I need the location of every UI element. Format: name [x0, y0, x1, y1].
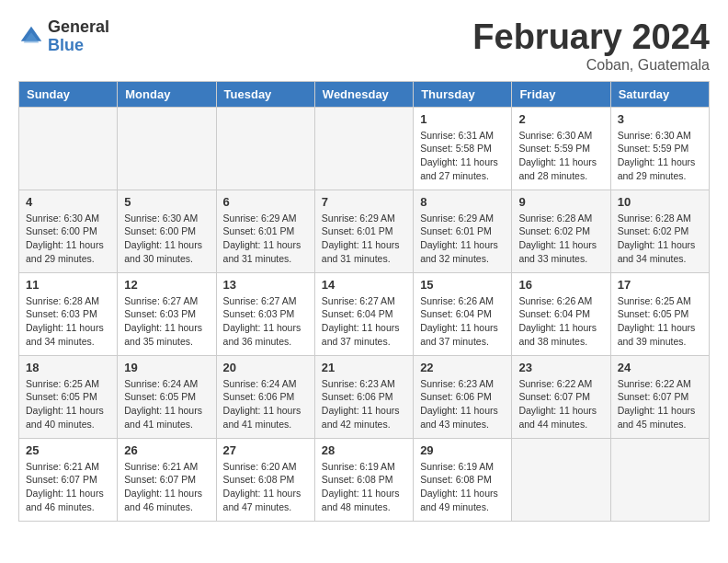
col-sunday: Sunday [19, 81, 118, 107]
calendar-cell: 23Sunrise: 6:22 AMSunset: 6:07 PMDayligh… [512, 355, 610, 438]
day-number: 14 [322, 278, 406, 292]
calendar-cell [216, 107, 314, 190]
calendar-table: Sunday Monday Tuesday Wednesday Thursday… [18, 81, 710, 522]
day-info: Sunrise: 6:31 AMSunset: 5:58 PMDaylight:… [420, 129, 505, 183]
calendar-cell: 9Sunrise: 6:28 AMSunset: 6:02 PMDaylight… [512, 190, 610, 272]
calendar-cell: 16Sunrise: 6:26 AMSunset: 6:04 PMDayligh… [512, 272, 610, 355]
calendar-cell [118, 107, 216, 190]
day-info: Sunrise: 6:30 AMSunset: 6:00 PMDaylight:… [124, 212, 209, 266]
day-info: Sunrise: 6:29 AMSunset: 6:01 PMDaylight:… [322, 212, 406, 266]
week-row-2: 4Sunrise: 6:30 AMSunset: 6:00 PMDaylight… [19, 190, 710, 272]
day-number: 16 [518, 278, 603, 292]
day-number: 4 [26, 195, 110, 209]
col-thursday: Thursday [414, 81, 512, 107]
day-number: 25 [26, 443, 110, 457]
day-info: Sunrise: 6:21 AMSunset: 6:07 PMDaylight:… [26, 460, 110, 514]
day-info: Sunrise: 6:28 AMSunset: 6:02 PMDaylight:… [618, 212, 702, 266]
col-monday: Monday [118, 81, 216, 107]
header-row: Sunday Monday Tuesday Wednesday Thursday… [19, 81, 710, 107]
calendar-cell: 7Sunrise: 6:29 AMSunset: 6:01 PMDaylight… [314, 190, 413, 272]
day-info: Sunrise: 6:28 AMSunset: 6:02 PMDaylight:… [518, 212, 603, 266]
day-number: 1 [420, 112, 505, 126]
day-number: 28 [322, 443, 406, 457]
calendar-cell: 2Sunrise: 6:30 AMSunset: 5:59 PMDaylight… [512, 107, 610, 190]
header: General Blue February 2024 Coban, Guatem… [18, 18, 710, 74]
day-info: Sunrise: 6:24 AMSunset: 6:05 PMDaylight:… [124, 377, 209, 431]
calendar-cell [19, 107, 118, 190]
calendar-cell [314, 107, 413, 190]
day-info: Sunrise: 6:25 AMSunset: 6:05 PMDaylight:… [618, 294, 702, 349]
calendar-cell: 14Sunrise: 6:27 AMSunset: 6:04 PMDayligh… [314, 272, 413, 355]
week-row-3: 11Sunrise: 6:28 AMSunset: 6:03 PMDayligh… [19, 272, 710, 355]
day-number: 22 [420, 361, 505, 374]
calendar-cell: 15Sunrise: 6:26 AMSunset: 6:04 PMDayligh… [414, 272, 512, 355]
day-number: 13 [223, 278, 308, 292]
calendar-cell: 1Sunrise: 6:31 AMSunset: 5:58 PMDaylight… [414, 107, 512, 190]
calendar-cell: 18Sunrise: 6:25 AMSunset: 6:05 PMDayligh… [19, 355, 118, 438]
calendar-cell: 27Sunrise: 6:20 AMSunset: 6:08 PMDayligh… [216, 438, 314, 521]
calendar-header: Sunday Monday Tuesday Wednesday Thursday… [19, 81, 710, 107]
calendar-cell: 25Sunrise: 6:21 AMSunset: 6:07 PMDayligh… [19, 438, 118, 521]
title-block: February 2024 Coban, Guatemala [472, 18, 710, 74]
logo-text: General Blue [48, 18, 109, 55]
day-number: 29 [420, 443, 505, 457]
day-info: Sunrise: 6:19 AMSunset: 6:08 PMDaylight:… [322, 460, 406, 514]
day-number: 12 [124, 278, 209, 292]
day-info: Sunrise: 6:29 AMSunset: 6:01 PMDaylight:… [223, 212, 308, 266]
day-number: 23 [518, 361, 603, 374]
calendar-cell: 21Sunrise: 6:23 AMSunset: 6:06 PMDayligh… [314, 355, 413, 438]
calendar-cell: 5Sunrise: 6:30 AMSunset: 6:00 PMDaylight… [118, 190, 216, 272]
day-number: 2 [518, 112, 603, 126]
day-info: Sunrise: 6:27 AMSunset: 6:03 PMDaylight:… [124, 294, 209, 349]
day-info: Sunrise: 6:22 AMSunset: 6:07 PMDaylight:… [618, 377, 702, 431]
logo-general-text: General [48, 18, 109, 37]
calendar-cell: 26Sunrise: 6:21 AMSunset: 6:07 PMDayligh… [118, 438, 216, 521]
day-number: 18 [26, 361, 110, 374]
calendar-cell: 17Sunrise: 6:25 AMSunset: 6:05 PMDayligh… [610, 272, 709, 355]
calendar-cell: 6Sunrise: 6:29 AMSunset: 6:01 PMDaylight… [216, 190, 314, 272]
day-info: Sunrise: 6:30 AMSunset: 5:59 PMDaylight:… [618, 129, 702, 183]
day-info: Sunrise: 6:26 AMSunset: 6:04 PMDaylight:… [420, 294, 505, 349]
day-info: Sunrise: 6:24 AMSunset: 6:06 PMDaylight:… [223, 377, 308, 431]
day-number: 19 [124, 361, 209, 374]
calendar-location: Coban, Guatemala [472, 57, 710, 74]
day-number: 3 [618, 112, 702, 126]
day-info: Sunrise: 6:26 AMSunset: 6:04 PMDaylight:… [518, 294, 603, 349]
calendar-cell: 4Sunrise: 6:30 AMSunset: 6:00 PMDaylight… [19, 190, 118, 272]
calendar-cell: 10Sunrise: 6:28 AMSunset: 6:02 PMDayligh… [610, 190, 709, 272]
day-info: Sunrise: 6:25 AMSunset: 6:05 PMDaylight:… [26, 377, 110, 431]
calendar-cell: 12Sunrise: 6:27 AMSunset: 6:03 PMDayligh… [118, 272, 216, 355]
week-row-4: 18Sunrise: 6:25 AMSunset: 6:05 PMDayligh… [19, 355, 710, 438]
day-info: Sunrise: 6:30 AMSunset: 6:00 PMDaylight:… [26, 212, 110, 266]
day-number: 17 [618, 278, 702, 292]
day-info: Sunrise: 6:23 AMSunset: 6:06 PMDaylight:… [420, 377, 505, 431]
day-number: 7 [322, 195, 406, 209]
day-number: 24 [618, 361, 702, 374]
calendar-cell: 24Sunrise: 6:22 AMSunset: 6:07 PMDayligh… [610, 355, 709, 438]
calendar-cell: 8Sunrise: 6:29 AMSunset: 6:01 PMDaylight… [414, 190, 512, 272]
col-saturday: Saturday [610, 81, 709, 107]
calendar-cell: 19Sunrise: 6:24 AMSunset: 6:05 PMDayligh… [118, 355, 216, 438]
day-number: 5 [124, 195, 209, 209]
logo-icon [18, 24, 44, 50]
day-info: Sunrise: 6:22 AMSunset: 6:07 PMDaylight:… [518, 377, 603, 431]
calendar-cell: 28Sunrise: 6:19 AMSunset: 6:08 PMDayligh… [314, 438, 413, 521]
day-number: 11 [26, 278, 110, 292]
day-info: Sunrise: 6:30 AMSunset: 5:59 PMDaylight:… [518, 129, 603, 183]
col-friday: Friday [512, 81, 610, 107]
logo-blue-text: Blue [48, 37, 109, 55]
day-info: Sunrise: 6:28 AMSunset: 6:03 PMDaylight:… [26, 294, 110, 349]
calendar-cell: 22Sunrise: 6:23 AMSunset: 6:06 PMDayligh… [414, 355, 512, 438]
day-number: 9 [518, 195, 603, 209]
calendar-body: 1Sunrise: 6:31 AMSunset: 5:58 PMDaylight… [19, 107, 710, 521]
week-row-1: 1Sunrise: 6:31 AMSunset: 5:58 PMDaylight… [19, 107, 710, 190]
logo: General Blue [18, 18, 109, 55]
day-info: Sunrise: 6:27 AMSunset: 6:03 PMDaylight:… [223, 294, 308, 349]
day-number: 20 [223, 361, 308, 374]
day-info: Sunrise: 6:19 AMSunset: 6:08 PMDaylight:… [420, 460, 505, 514]
calendar-cell: 20Sunrise: 6:24 AMSunset: 6:06 PMDayligh… [216, 355, 314, 438]
calendar-cell [610, 438, 709, 521]
day-info: Sunrise: 6:20 AMSunset: 6:08 PMDaylight:… [223, 460, 308, 514]
col-tuesday: Tuesday [216, 81, 314, 107]
col-wednesday: Wednesday [314, 81, 413, 107]
